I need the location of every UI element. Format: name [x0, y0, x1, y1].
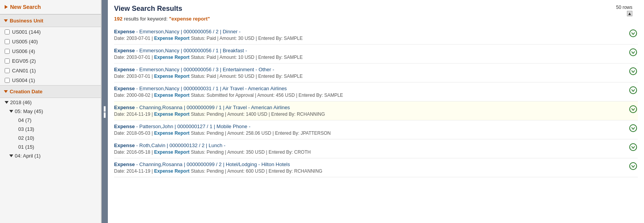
result-content-1: Expense - Emmerson,Nancy | 0000000056 / … — [114, 48, 628, 60]
result-content-5: Expense - Patterson,John | 0000000127 / … — [114, 124, 628, 136]
result-item-0: Expense - Emmerson,Nancy | 0000000056 / … — [114, 26, 638, 45]
tree-item-label: 02 (10) — [18, 135, 34, 141]
result-action-icon-0[interactable] — [628, 29, 638, 37]
sidebar: New Search Business Unit US001 (144)US00… — [0, 0, 102, 223]
result-title-text: - Patterson,John | 0000000127 / 1 | Mobi… — [135, 124, 250, 129]
date-tree-item-6[interactable]: 04: April (1) — [0, 151, 101, 160]
filter-item-us004: US004 (1) — [0, 75, 101, 85]
result-title-text: - Roth,Calvin | 0000000132 / 2 | Lunch - — [135, 142, 225, 148]
filter-item-us005: US005 (40) — [0, 37, 101, 46]
filter-checkbox-egv05[interactable] — [5, 58, 10, 63]
creation-date-section-header[interactable]: Creation Date — [0, 85, 101, 98]
result-meta-2: Date: 2003-07-01 | Expense Report Status… — [114, 74, 622, 79]
filter-label-us006: US006 (4) — [12, 48, 35, 54]
result-content-6: Expense - Roth,Calvin | 0000000132 / 2 |… — [114, 142, 628, 155]
filter-item-egv05: EGV05 (2) — [0, 56, 101, 66]
filter-label-can01: CAN01 (1) — [12, 68, 36, 74]
expense-report-highlight: Expense Report — [154, 149, 189, 155]
results-list: Expense - Emmerson,Nancy | 0000000056 / … — [114, 26, 638, 177]
result-action-icon-2[interactable] — [628, 67, 638, 75]
result-title-6: Expense - Roth,Calvin | 0000000132 / 2 |… — [114, 142, 622, 148]
date-tree-item-5[interactable]: 01 (15) — [0, 142, 101, 151]
rows-label: 50 rows — [616, 5, 632, 10]
date-tree-item-2[interactable]: 04 (7) — [0, 116, 101, 125]
filter-item-us006: US006 (4) — [0, 46, 101, 56]
expense-report-highlight: Expense Report — [154, 112, 189, 117]
result-action-icon-1[interactable] — [628, 48, 638, 56]
page-title: View Search Results — [114, 5, 638, 13]
tree-item-label: 04 (7) — [18, 117, 31, 123]
business-unit-arrow-icon — [4, 19, 8, 22]
expense-report-highlight: Expense Report — [154, 36, 189, 41]
tree-item-label: 05: May (45) — [15, 108, 43, 114]
filter-checkbox-us005[interactable] — [5, 39, 10, 44]
result-type-label[interactable]: Expense — [114, 29, 135, 34]
result-type-label[interactable]: Expense — [114, 124, 135, 129]
business-unit-section-header[interactable]: Business Unit — [0, 14, 101, 27]
result-item-3: Expense - Emmerson,Nancy | 0000000031 / … — [114, 82, 638, 101]
tree-item-label: 03 (13) — [18, 126, 34, 132]
result-type-label[interactable]: Expense — [114, 48, 135, 53]
result-item-1: Expense - Emmerson,Nancy | 0000000056 / … — [114, 45, 638, 63]
result-type-label[interactable]: Expense — [114, 142, 135, 148]
result-title-text: - Channing,Rosanna | 0000000099 / 2 | Ho… — [135, 161, 290, 167]
circle-check-icon — [629, 67, 637, 75]
result-title-5: Expense - Patterson,John | 0000000127 / … — [114, 124, 622, 129]
result-type-label[interactable]: Expense — [114, 86, 135, 91]
filter-label-us001: US001 (144) — [12, 29, 41, 35]
circle-check-icon — [629, 29, 637, 37]
filter-label-us004: US004 (1) — [12, 77, 35, 83]
scroll-up-button[interactable]: ▲ — [627, 11, 632, 16]
result-action-icon-4[interactable] — [628, 105, 638, 113]
filter-checkbox-us006[interactable] — [5, 49, 10, 54]
result-meta-5: Date: 2018-05-03 | Expense Report Status… — [114, 130, 622, 136]
result-meta-4: Date: 2014-11-19 | Expense Report Status… — [114, 112, 622, 117]
result-action-icon-7[interactable] — [628, 161, 638, 170]
filter-checkbox-can01[interactable] — [5, 68, 10, 73]
date-tree-item-4[interactable]: 02 (10) — [0, 134, 101, 142]
filter-item-can01: CAN01 (1) — [0, 66, 101, 75]
new-search-button[interactable]: New Search — [0, 0, 101, 14]
result-title-7: Expense - Channing,Rosanna | 0000000099 … — [114, 161, 622, 167]
date-tree-item-1[interactable]: 05: May (45) — [0, 107, 101, 116]
result-content-2: Expense - Emmerson,Nancy | 0000000056 / … — [114, 67, 628, 79]
business-unit-label: Business Unit — [10, 18, 43, 24]
result-title-2: Expense - Emmerson,Nancy | 0000000056 / … — [114, 67, 622, 72]
result-action-icon-6[interactable] — [628, 142, 638, 151]
filter-checkbox-us004[interactable] — [5, 78, 10, 83]
tree-expand-icon — [9, 154, 13, 157]
result-title-text: - Channing,Rosanna | 0000000099 / 1 | Ai… — [135, 105, 290, 110]
result-action-icon-5[interactable] — [628, 124, 638, 132]
result-type-label[interactable]: Expense — [114, 161, 135, 167]
result-action-icon-3[interactable] — [628, 86, 638, 94]
expense-report-highlight: Expense Report — [154, 93, 189, 98]
tree-item-label: 2018 (46) — [10, 99, 32, 105]
result-title-text: - Emmerson,Nancy | 0000000056 / 1 | Brea… — [135, 48, 247, 53]
new-search-triangle-icon — [5, 5, 8, 9]
results-keyword: "expense report" — [169, 16, 210, 22]
result-title-text: - Emmerson,Nancy | 0000000031 / 1 | Air … — [135, 86, 287, 91]
circle-check-icon — [629, 143, 637, 151]
creation-date-label: Creation Date — [10, 89, 43, 94]
result-meta-7: Date: 2014-11-19 | Expense Report Status… — [114, 168, 622, 174]
filter-checkbox-us001[interactable] — [5, 29, 10, 34]
result-item-4: Expense - Channing,Rosanna | 0000000099 … — [114, 101, 638, 120]
date-tree-item-0[interactable]: 2018 (46) — [0, 98, 101, 107]
filter-item-us001: US001 (144) — [0, 27, 101, 37]
collapse-icon: ❚❚ — [102, 105, 108, 118]
result-meta-3: Date: 2000-08-02 | Expense Report Status… — [114, 93, 622, 98]
result-item-7: Expense - Channing,Rosanna | 0000000099 … — [114, 158, 638, 177]
main-content: 50 rows ▲ View Search Results 192 result… — [108, 0, 644, 223]
new-search-label: New Search — [10, 4, 41, 10]
result-title-text: - Emmerson,Nancy | 0000000056 / 3 | Ente… — [135, 67, 274, 72]
result-type-label[interactable]: Expense — [114, 105, 135, 110]
result-type-label[interactable]: Expense — [114, 67, 135, 72]
result-content-4: Expense - Channing,Rosanna | 0000000099 … — [114, 105, 628, 117]
result-title-4: Expense - Channing,Rosanna | 0000000099 … — [114, 105, 622, 110]
tree-expand-icon — [9, 110, 13, 113]
rows-info: 50 rows ▲ — [616, 5, 632, 16]
date-tree: 2018 (46)05: May (45)04 (7)03 (13)02 (10… — [0, 98, 101, 160]
collapse-handle[interactable]: ❚❚ — [102, 0, 108, 223]
results-count: 192 — [114, 16, 123, 22]
date-tree-item-3[interactable]: 03 (13) — [0, 125, 101, 134]
